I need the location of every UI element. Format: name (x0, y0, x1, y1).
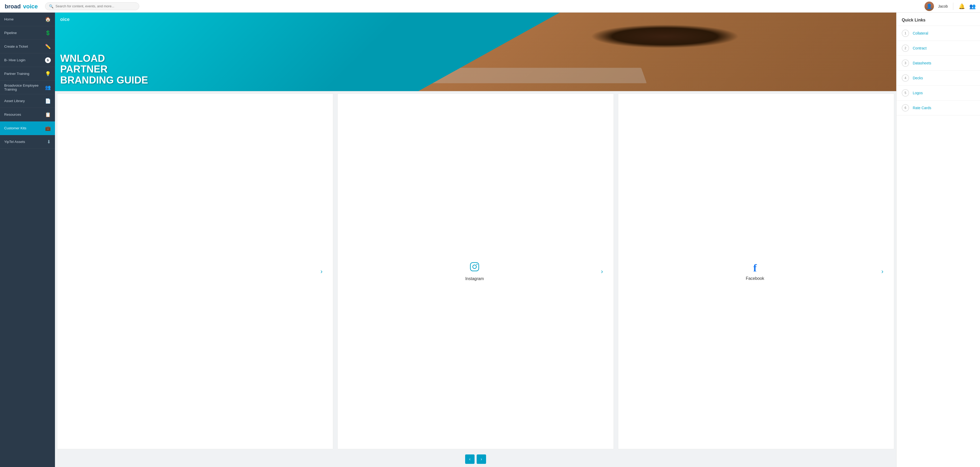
bhive-icon: b (45, 57, 51, 63)
sidebar-item-broadvoice-training[interactable]: Broadvoice Employee Training 👥 (0, 81, 55, 94)
training-icon: 💡 (45, 71, 51, 77)
prev-button[interactable]: ‹ (465, 454, 474, 464)
instagram-content: Instagram (348, 261, 601, 281)
quick-link-label-rate-cards: Rate Cards (913, 106, 931, 110)
quick-link-label-collateral: Collateral (913, 31, 928, 35)
hero-banner: oice WNLOAD PARTNER BRANDING GUIDE (55, 13, 896, 91)
card-left[interactable]: › (57, 94, 333, 449)
hero-line2: PARTNER (60, 64, 538, 75)
left-card-arrow: › (320, 268, 323, 275)
quick-link-datasheets[interactable]: 3 Datasheets (897, 56, 980, 71)
main-top: oice WNLOAD PARTNER BRANDING GUIDE (55, 13, 980, 467)
header-right: 👤 Jacob 🔔 👥 (924, 2, 976, 11)
next-button[interactable]: › (477, 454, 486, 464)
facebook-arrow: › (881, 268, 883, 275)
pipeline-icon: 💲 (45, 30, 51, 36)
pagination: ‹ › (55, 451, 896, 467)
quick-link-contract[interactable]: 2 Contract (897, 41, 980, 56)
quick-link-num-4: 4 (902, 74, 909, 82)
content-area: oice WNLOAD PARTNER BRANDING GUIDE (55, 13, 980, 467)
avatar-image: 👤 (924, 2, 934, 11)
resources-icon: 📋 (45, 112, 51, 118)
home-icon: 🏠 (45, 16, 51, 22)
svg-point-4 (476, 264, 477, 265)
users-icon[interactable]: 👥 (969, 3, 976, 10)
quick-link-label-decks: Decks (913, 76, 923, 80)
broadvoice-logo: broad voice (4, 2, 41, 11)
logo[interactable]: broad voice (4, 2, 41, 11)
quick-link-decks[interactable]: 4 Decks (897, 71, 980, 86)
quick-link-logos[interactable]: 5 Logos (897, 86, 980, 100)
hero-text: WNLOAD PARTNER BRANDING GUIDE (60, 53, 538, 86)
sidebar-item-partner-training[interactable]: Partner Training 💡 (0, 67, 55, 81)
main-layout: Home 🏠 Pipeline 💲 Create a Ticket ✏️ B- … (0, 13, 980, 467)
ticket-icon: ✏️ (45, 44, 51, 49)
sidebar-item-create-ticket[interactable]: Create a Ticket ✏️ (0, 40, 55, 53)
quick-links-header: Quick Links (897, 13, 980, 26)
quick-link-label-contract: Contract (913, 46, 927, 50)
right-panel: Quick Links 1 Collateral 2 Contract 3 Da… (896, 13, 980, 467)
quick-link-num-2: 2 (902, 45, 909, 52)
search-input[interactable] (56, 4, 135, 8)
sidebar-item-pipeline[interactable]: Pipeline 💲 (0, 26, 55, 40)
facebook-icon: f (753, 262, 757, 274)
asset-icon: 📄 (45, 98, 51, 104)
hero-line3: BRANDING GUIDE (60, 75, 538, 86)
quick-link-num-6: 6 (902, 104, 909, 112)
instagram-label: Instagram (465, 276, 484, 281)
header: broad voice 🔍 👤 Jacob 🔔 👥 (0, 0, 980, 13)
avatar[interactable]: 👤 (924, 2, 934, 11)
card-facebook[interactable]: f Facebook › (618, 94, 894, 449)
sidebar-item-bhive[interactable]: B- Hive Login b (0, 53, 55, 67)
hero-line1: WNLOAD (60, 53, 538, 64)
hero-logo: oice (60, 17, 538, 22)
quick-link-num-3: 3 (902, 59, 909, 67)
employees-icon: 👥 (45, 84, 51, 90)
facebook-label: Facebook (746, 276, 764, 281)
quick-link-num-1: 1 (902, 30, 909, 37)
instagram-icon (469, 261, 480, 274)
svg-text:broad: broad (5, 3, 21, 10)
search-icon: 🔍 (49, 4, 53, 8)
sidebar-item-resources[interactable]: Resources 📋 (0, 108, 55, 121)
search-bar[interactable]: 🔍 (45, 2, 139, 10)
quick-link-label-logos: Logos (913, 91, 923, 95)
sidebar-item-home[interactable]: Home 🏠 (0, 13, 55, 26)
sidebar: Home 🏠 Pipeline 💲 Create a Ticket ✏️ B- … (0, 13, 55, 467)
kits-icon: 💼 (45, 125, 51, 131)
yiptel-icon: ⬇ (47, 139, 51, 145)
sidebar-item-asset-library[interactable]: Asset Library 📄 (0, 94, 55, 108)
svg-point-3 (473, 265, 476, 269)
header-divider (953, 3, 953, 10)
cards-row: › Instagram (55, 91, 896, 451)
sidebar-item-yiptel[interactable]: YipTel Assets ⬇ (0, 135, 55, 149)
quick-link-rate-cards[interactable]: 6 Rate Cards (897, 100, 980, 115)
facebook-content: f Facebook (629, 262, 881, 281)
quick-link-collateral[interactable]: 1 Collateral (897, 26, 980, 41)
bell-icon[interactable]: 🔔 (959, 3, 965, 10)
quick-link-label-datasheets: Datasheets (913, 61, 931, 65)
sidebar-item-customer-kits[interactable]: Customer Kits 💼 (0, 121, 55, 135)
user-name: Jacob (938, 4, 948, 8)
quick-link-num-5: 5 (902, 89, 909, 97)
card-instagram[interactable]: Instagram › (337, 94, 614, 449)
svg-rect-2 (470, 263, 479, 271)
main-section: oice WNLOAD PARTNER BRANDING GUIDE (55, 13, 896, 467)
svg-text:voice: voice (23, 3, 38, 10)
instagram-arrow: › (601, 268, 603, 275)
